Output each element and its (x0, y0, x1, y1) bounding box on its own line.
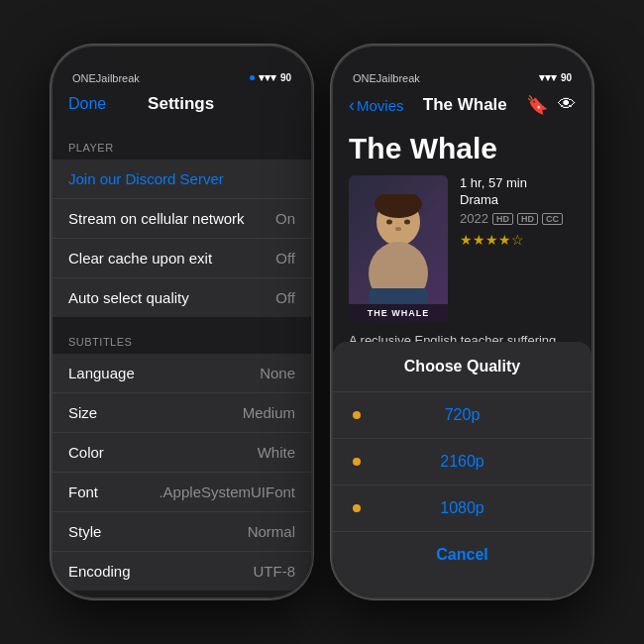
left-status-dot (250, 75, 255, 80)
movie-year-badges: 2022 HD HD CC (460, 211, 576, 226)
settings-title: Settings (148, 94, 214, 114)
movie-title: The Whale (333, 126, 591, 175)
size-label: Size (68, 404, 97, 421)
movie-poster-overlay: THE WHALE (349, 304, 448, 322)
quality-2160p-item[interactable]: 2160p (333, 439, 591, 485)
movie-poster: THE WHALE (349, 175, 448, 322)
left-app-name: ONEJailbreak (72, 72, 140, 84)
stream-cellular-value: On (275, 210, 295, 227)
eye-icon[interactable]: 👁 (558, 94, 576, 116)
quality-1080p-label: 1080p (440, 499, 484, 517)
quality-720p-label: 720p (445, 406, 481, 424)
font-value: .AppleSystemUIFont (159, 483, 295, 500)
left-phone: ONEJailbreak ▾▾▾ 90 Done Settings PLAYER (51, 45, 313, 599)
right-status-bar: ONEJailbreak ▾▾▾ 90 (333, 47, 591, 90)
auto-quality-item[interactable]: Auto select quality Off (53, 278, 311, 317)
subtitles-settings-list: Language None Size Medium Color White Fo… (53, 354, 311, 590)
quality-cancel-button[interactable]: Cancel (333, 532, 591, 578)
quality-sheet: Choose Quality 720p 2160p 1080p Cancel (333, 342, 591, 597)
movie-stars: ★★★★☆ (460, 232, 576, 248)
discord-label: Join our Discord Server (68, 170, 224, 187)
encoding-item[interactable]: Encoding UTF-8 (53, 552, 311, 590)
phones-container: ONEJailbreak ▾▾▾ 90 Done Settings PLAYER (51, 45, 593, 599)
badge-hd1: HD (492, 213, 513, 225)
right-phone: ONEJailbreak ▾▾▾ 90 ‹ Movies The Whale 🔖 (331, 45, 593, 599)
badge-cc: CC (542, 213, 563, 225)
stream-cellular-label: Stream on cellular network (68, 210, 245, 227)
quality-1080p-item[interactable]: 1080p (333, 485, 591, 532)
back-arrow-icon: ‹ (349, 95, 355, 116)
encoding-value: UTF-8 (254, 563, 296, 580)
quality-720p-dot (353, 411, 361, 419)
stream-cellular-item[interactable]: Stream on cellular network On (53, 199, 311, 239)
back-button[interactable]: ‹ Movies (349, 95, 404, 116)
person-silhouette (359, 194, 438, 303)
right-app-name: ONEJailbreak (353, 72, 420, 84)
language-label: Language (68, 365, 135, 381)
movie-nav-bar: ‹ Movies The Whale 🔖 👁 (333, 90, 591, 126)
encoding-label: Encoding (68, 563, 131, 580)
bookmark-icon[interactable]: 🔖 (526, 94, 548, 116)
quality-2160p-dot (353, 458, 361, 466)
svg-rect-6 (369, 288, 428, 303)
quality-720p-item[interactable]: 720p (333, 392, 591, 439)
movie-nav-actions: 🔖 👁 (526, 94, 576, 116)
left-battery-icon: 90 (280, 72, 291, 83)
player-settings-list: Join our Discord Server Stream on cellul… (53, 160, 311, 317)
back-label: Movies (357, 97, 404, 114)
left-phone-screen: ONEJailbreak ▾▾▾ 90 Done Settings PLAYER (53, 47, 311, 597)
left-status-icons: ▾▾▾ 90 (250, 71, 291, 84)
clear-cache-label: Clear cache upon exit (68, 250, 212, 267)
done-button[interactable]: Done (68, 95, 106, 113)
left-wifi-icon: ▾▾▾ (259, 71, 276, 84)
badge-hd2: HD (517, 213, 538, 225)
right-phone-screen: ONEJailbreak ▾▾▾ 90 ‹ Movies The Whale 🔖 (333, 47, 591, 597)
right-wifi-icon: ▾▾▾ (539, 71, 557, 84)
services-section-header: SERVICES (53, 591, 311, 597)
right-battery-icon: 90 (561, 72, 572, 83)
svg-point-5 (395, 227, 401, 231)
quality-2160p-label: 2160p (440, 453, 484, 471)
language-value: None (260, 365, 295, 381)
quality-1080p-dot (353, 504, 361, 512)
movie-year: 2022 (460, 211, 488, 226)
language-item[interactable]: Language None (53, 354, 311, 393)
player-section-header: PLAYER (53, 124, 311, 160)
movie-poster-bg (349, 175, 448, 322)
style-value: Normal (248, 523, 295, 540)
size-item[interactable]: Size Medium (53, 393, 311, 433)
right-status-icons: ▾▾▾ 90 (539, 71, 572, 84)
quality-title: Choose Quality (333, 342, 591, 392)
movie-duration: 1 hr, 57 min (460, 175, 576, 190)
clear-cache-item[interactable]: Clear cache upon exit Off (53, 239, 311, 278)
movie-details: 1 hr, 57 min Drama 2022 HD HD CC ★★★★☆ (460, 175, 576, 322)
left-nav-bar: Done Settings (53, 90, 311, 124)
clear-cache-value: Off (275, 250, 295, 267)
auto-quality-label: Auto select quality (68, 289, 189, 306)
discord-item[interactable]: Join our Discord Server (53, 160, 311, 199)
size-value: Medium (243, 404, 295, 421)
font-label: Font (68, 483, 98, 500)
movie-info-row: THE WHALE 1 hr, 57 min Drama 2022 HD HD … (333, 175, 591, 332)
color-value: White (258, 444, 295, 461)
movie-genre: Drama (460, 192, 576, 207)
left-status-bar: ONEJailbreak ▾▾▾ 90 (53, 47, 311, 90)
auto-quality-value: Off (275, 289, 295, 306)
svg-point-4 (404, 220, 410, 225)
style-item[interactable]: Style Normal (53, 512, 311, 552)
svg-point-3 (386, 220, 392, 225)
color-item[interactable]: Color White (53, 433, 311, 473)
subtitles-section-header: SUBTITLES (53, 318, 311, 354)
color-label: Color (68, 444, 104, 461)
font-item[interactable]: Font .AppleSystemUIFont (53, 473, 311, 512)
style-label: Style (68, 523, 101, 540)
movie-nav-title: The Whale (423, 95, 507, 115)
